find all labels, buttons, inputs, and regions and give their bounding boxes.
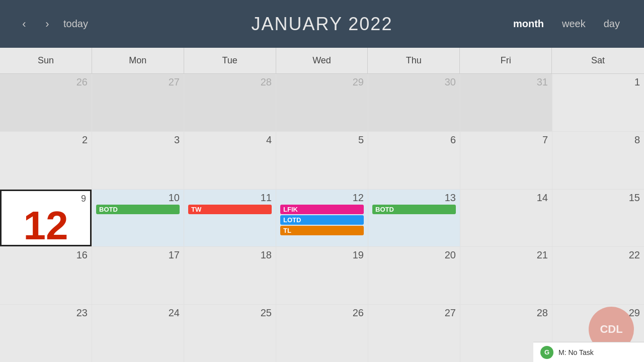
date-number: 26 (4, 77, 88, 87)
cal-cell-3-0[interactable]: 16 (0, 247, 92, 304)
cal-cell-0-0[interactable]: 26 (0, 74, 92, 131)
date-number: 28 (464, 308, 548, 318)
date-number: 20 (372, 250, 456, 260)
cal-cell-0-4[interactable]: 30 (368, 74, 460, 131)
week-view-button[interactable]: week (553, 15, 595, 33)
date-number: 17 (96, 250, 180, 260)
cal-cell-1-6[interactable]: 8 (552, 132, 644, 189)
header-thu: Thu (368, 48, 460, 73)
cal-cell-2-2[interactable]: 11TW (184, 190, 276, 247)
notification-icon: G (540, 346, 553, 359)
cal-cell-3-4[interactable]: 20 (368, 247, 460, 304)
header-mon: Mon (92, 48, 184, 73)
date-number: 30 (372, 77, 456, 87)
cal-cell-2-5[interactable]: 14 (460, 190, 552, 247)
date-number: 3 (96, 135, 180, 145)
cal-cell-4-1[interactable]: 24 (92, 305, 184, 362)
top-bar: ‹ › today JANUARY 2022 month week day (0, 0, 644, 48)
cal-cell-0-1[interactable]: 27 (92, 74, 184, 131)
cal-cell-1-3[interactable]: 5 (276, 132, 368, 189)
header-sat: Sat (552, 48, 644, 73)
cal-cell-0-5[interactable]: 31 (460, 74, 552, 131)
date-number: 23 (4, 308, 88, 318)
day-headers: Sun Mon Tue Wed Thu Fri Sat (0, 48, 644, 74)
cal-cell-2-0[interactable]: 912 (0, 190, 92, 247)
cal-cell-3-3[interactable]: 19 (276, 247, 368, 304)
cal-cell-4-4[interactable]: 27 (368, 305, 460, 362)
cal-cell-2-3[interactable]: 12LFIKLOTDTL (276, 190, 368, 247)
calendar-grid: 2627282930311234567891210BOTD11TW12LFIKL… (0, 74, 644, 362)
bottom-notification: G M: No Task (533, 342, 644, 362)
cal-cell-1-2[interactable]: 4 (184, 132, 276, 189)
cal-cell-1-0[interactable]: 2 (0, 132, 92, 189)
header-wed: Wed (276, 48, 368, 73)
event-bar[interactable]: LFIK (280, 205, 364, 214)
date-number: 18 (188, 250, 272, 260)
cal-cell-1-1[interactable]: 3 (92, 132, 184, 189)
date-number: 10 (96, 193, 180, 203)
date-number: 19 (280, 250, 364, 260)
event-bar[interactable]: TL (280, 226, 364, 235)
date-number: 29 (556, 308, 640, 318)
cal-cell-0-2[interactable]: 28 (184, 74, 276, 131)
today-button[interactable]: today (63, 18, 88, 30)
date-number: 21 (464, 250, 548, 260)
date-number: 27 (96, 77, 180, 87)
date-number: 8 (556, 135, 640, 145)
header-fri: Fri (460, 48, 552, 73)
date-number: 24 (96, 308, 180, 318)
month-view-button[interactable]: month (504, 15, 553, 33)
month-title: JANUARY 2022 (252, 14, 393, 35)
day-view-button[interactable]: day (595, 15, 629, 33)
date-number: 7 (464, 135, 548, 145)
date-number: 14 (464, 193, 548, 203)
notification-text: M: No Task (558, 348, 594, 356)
date-number: 29 (280, 77, 364, 87)
date-number: 25 (188, 308, 272, 318)
event-bar[interactable]: TW (188, 205, 272, 214)
date-number: 22 (556, 250, 640, 260)
header-tue: Tue (184, 48, 276, 73)
cal-cell-1-5[interactable]: 7 (460, 132, 552, 189)
cal-cell-3-6[interactable]: 22 (552, 247, 644, 304)
today-big-number: 12 (6, 206, 86, 246)
date-number: 11 (188, 193, 272, 203)
date-number: 13 (372, 193, 456, 203)
cal-cell-2-1[interactable]: 10BOTD (92, 190, 184, 247)
event-bar[interactable]: BOTD (96, 205, 180, 214)
date-number: 2 (4, 135, 88, 145)
view-options: month week day (504, 15, 629, 33)
nav-arrows: ‹ › (15, 15, 56, 33)
next-button[interactable]: › (38, 15, 56, 33)
cal-cell-4-2[interactable]: 25 (184, 305, 276, 362)
cal-cell-1-4[interactable]: 6 (368, 132, 460, 189)
event-bar[interactable]: LOTD (280, 215, 364, 225)
cal-cell-4-3[interactable]: 26 (276, 305, 368, 362)
cal-cell-0-6[interactable]: 1 (552, 74, 644, 131)
date-number: 28 (188, 77, 272, 87)
date-number: 5 (280, 135, 364, 145)
date-number: 26 (280, 308, 364, 318)
date-number: 16 (4, 250, 88, 260)
date-number: 27 (372, 308, 456, 318)
cal-cell-4-0[interactable]: 23 (0, 305, 92, 362)
cell-date-small: 9 (6, 194, 86, 203)
date-number: 6 (372, 135, 456, 145)
cal-cell-2-4[interactable]: 13BOTD (368, 190, 460, 247)
cal-cell-3-2[interactable]: 18 (184, 247, 276, 304)
header-sun: Sun (0, 48, 92, 73)
date-number: 31 (464, 77, 548, 87)
cal-cell-3-1[interactable]: 17 (92, 247, 184, 304)
date-number: 4 (188, 135, 272, 145)
prev-button[interactable]: ‹ (15, 15, 33, 33)
event-bar[interactable]: BOTD (372, 205, 456, 214)
date-number: 15 (556, 193, 640, 203)
cal-cell-2-6[interactable]: 15 (552, 190, 644, 247)
cal-cell-0-3[interactable]: 29 (276, 74, 368, 131)
date-number: 1 (556, 77, 640, 87)
date-number: 12 (280, 193, 364, 203)
cal-cell-3-5[interactable]: 21 (460, 247, 552, 304)
